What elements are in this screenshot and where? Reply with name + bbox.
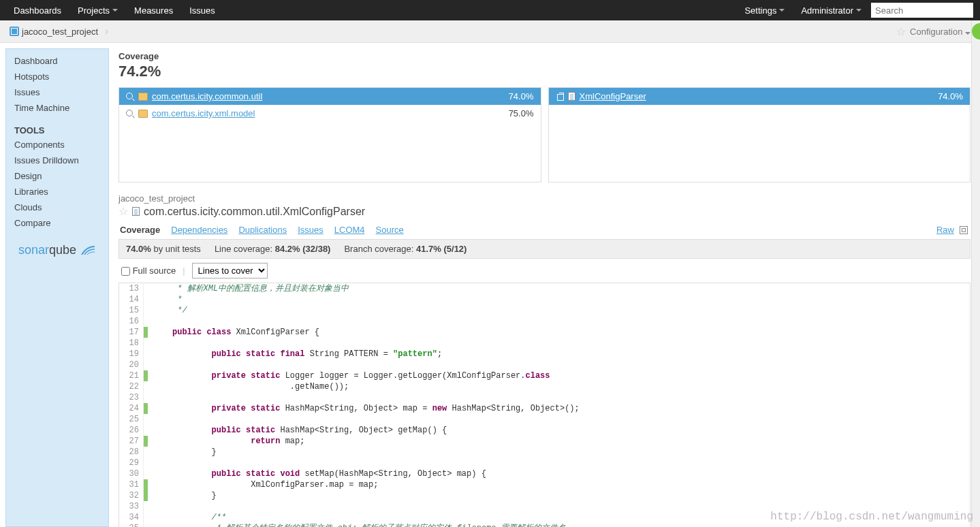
code-line: 29 (119, 458, 970, 468)
browser-scrollbar[interactable] (971, 20, 980, 527)
package-row[interactable]: com.certus.icity.xml.model75.0% (119, 105, 541, 122)
item-link[interactable]: XmlConfigParser (580, 91, 646, 101)
code-line: 24 private static HashMap<String, Object… (119, 403, 970, 414)
file-tabs: CoverageDependenciesDuplicationsIssuesLC… (118, 225, 970, 240)
code-line: 31 XmlConfigParser.map = map; (119, 479, 970, 490)
full-source-toggle[interactable]: Full source (121, 266, 176, 276)
line-number: 26 (119, 425, 144, 436)
coverage-filter-select[interactable]: Lines to cover (192, 263, 268, 278)
code-line: 16 (119, 316, 970, 327)
code-text: private static Logger logger = Logger.ge… (148, 370, 970, 381)
sidebar-item-libraries[interactable]: Libraries (6, 184, 108, 199)
sidebar-item-components[interactable]: Components (6, 137, 108, 153)
drilldown-panels: com.certus.icity.common.util74.0%com.cer… (118, 87, 970, 182)
sidebar-item-time-machine[interactable]: Time Machine (6, 100, 108, 116)
code-line: 33 (119, 501, 970, 512)
raw-link[interactable]: Raw (936, 225, 954, 235)
top-navbar: DashboardsProjects MeasuresIssues Settin… (0, 0, 980, 20)
item-link[interactable]: com.certus.icity.common.util (152, 91, 262, 101)
settings-label: Settings (744, 5, 776, 16)
search-input[interactable] (871, 3, 973, 18)
file-panel: XmlConfigParser74.0% (548, 87, 971, 182)
file-title: ☆ com.certus.icity.common.util.XmlConfig… (118, 205, 970, 218)
line-number: 14 (119, 294, 144, 305)
metric-value: 74.2% (118, 63, 970, 80)
sidebar-item-hotspots[interactable]: Hotspots (6, 69, 108, 84)
sonarqube-logo: sonarqube (6, 243, 108, 257)
breadcrumb-project[interactable]: jacoco_test_project › (10, 25, 108, 37)
code-text (148, 338, 970, 349)
tab-lcom4[interactable]: LCOM4 (334, 225, 365, 235)
package-row[interactable]: com.certus.icity.common.util74.0% (119, 88, 541, 105)
sidebar-item-design[interactable]: Design (6, 168, 108, 184)
admin-menu[interactable]: Administrator (794, 1, 868, 20)
nav-issues[interactable]: Issues (183, 1, 222, 20)
code-text: } (148, 447, 970, 458)
line-number: 18 (119, 338, 144, 349)
star-icon[interactable]: ☆ (118, 205, 128, 218)
code-line: 28 } (119, 447, 970, 458)
topbar-right: Settings Administrator (738, 1, 973, 20)
code-line: 23 (119, 392, 970, 403)
sidebar-item-compare[interactable]: Compare (6, 215, 108, 231)
chevron-down-icon (856, 9, 862, 12)
settings-menu[interactable]: Settings (738, 1, 791, 20)
code-line: 13 * 解析XML中的配置信息，并且封装在对象当中 (119, 283, 970, 294)
tab-source[interactable]: Source (376, 225, 404, 235)
line-coverage: Line coverage: 84.2% (32/38) (215, 244, 331, 254)
tab-issues[interactable]: Issues (298, 225, 323, 235)
line-number: 27 (119, 436, 144, 447)
line-number: 15 (119, 305, 144, 316)
nav-dashboards[interactable]: Dashboards (7, 1, 68, 20)
folder-icon (138, 93, 148, 101)
item-link[interactable]: com.certus.icity.xml.model (152, 108, 255, 118)
tab-coverage[interactable]: Coverage (120, 225, 160, 235)
topbar-left: DashboardsProjects MeasuresIssues (7, 1, 222, 20)
sidebar-item-issues-drilldown[interactable]: Issues Drilldown (6, 153, 108, 168)
breadcrumb-bar: jacoco_test_project › ☆ Configuration (0, 20, 980, 43)
code-line: 34 /** (119, 512, 970, 523)
coverage-pct: 75.0% (509, 108, 534, 118)
line-number: 29 (119, 458, 144, 468)
metric-label: Coverage (118, 51, 970, 61)
code-text: * 解析某个特定名称的配置文件 obj: 解析的子节点对应的实体 filenam… (148, 523, 970, 527)
tab-dependencies[interactable]: Dependencies (171, 225, 227, 235)
sidebar-item-issues[interactable]: Issues (6, 84, 108, 100)
sidebar-item-clouds[interactable]: Clouds (6, 199, 108, 215)
full-source-checkbox[interactable] (121, 267, 130, 276)
line-number: 28 (119, 447, 144, 458)
star-icon[interactable]: ☆ (896, 25, 906, 38)
code-text: public static void setMap(HashMap<String… (148, 468, 970, 479)
code-text: public static HashMap<String, Object> ge… (148, 425, 970, 436)
file-breadcrumb[interactable]: jacoco_test_project (118, 193, 970, 204)
breadcrumb-right: ☆ Configuration (896, 25, 970, 38)
chevron-right-icon: › (105, 25, 108, 37)
code-text: return map; (148, 436, 970, 447)
sidebar-item-dashboard[interactable]: Dashboard (6, 53, 108, 69)
code-line: 25 (119, 414, 970, 425)
sidebar-section-tools: TOOLS (6, 116, 108, 137)
tab-duplications[interactable]: Duplications (238, 225, 287, 235)
file-path: com.certus.icity.common.util.XmlConfigPa… (144, 206, 365, 218)
nav-projects[interactable]: Projects (71, 1, 125, 20)
file-row[interactable]: XmlConfigParser74.0% (549, 88, 970, 105)
line-number: 33 (119, 501, 144, 512)
code-text: * 解析XML中的配置信息，并且封装在对象当中 (148, 283, 970, 294)
code-text: private static HashMap<String, Object> m… (148, 403, 970, 414)
line-number: 19 (119, 349, 144, 360)
chevron-down-icon (965, 32, 970, 35)
file-icon (568, 92, 575, 101)
nav-measures[interactable]: Measures (127, 1, 180, 20)
coverage-pct: 74.0% (509, 91, 534, 101)
code-line: 17public class XmlConfigParser { (119, 327, 970, 338)
open-icon (556, 93, 564, 101)
open-external-icon[interactable] (960, 226, 968, 234)
zoom-icon (126, 93, 134, 101)
configuration-menu[interactable]: Configuration (910, 27, 970, 37)
chevron-down-icon (112, 9, 118, 12)
line-number: 34 (119, 512, 144, 523)
folder-icon (138, 110, 148, 118)
zoom-icon (126, 110, 134, 118)
line-number: 21 (119, 370, 144, 381)
code-text: /** (148, 512, 970, 523)
